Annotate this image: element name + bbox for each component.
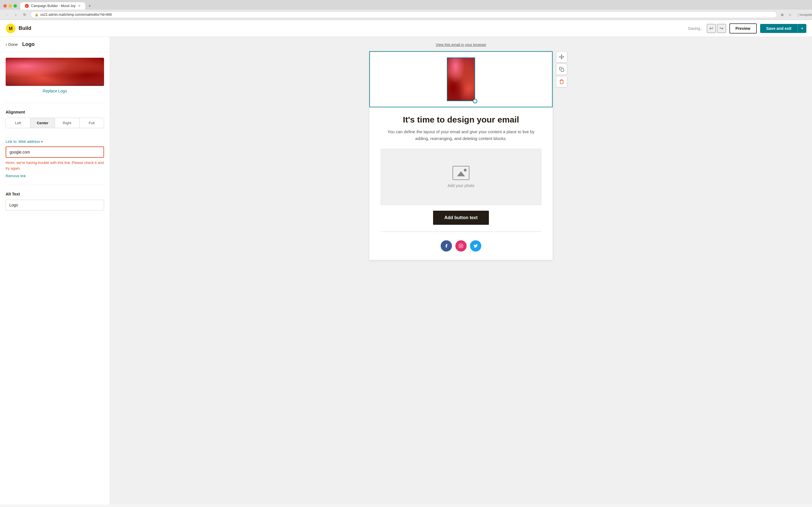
alignment-group: Left Center Right Full bbox=[6, 118, 104, 128]
left-panel: ‹ Done Logo Replace Logo Alignment Left … bbox=[0, 37, 110, 504]
remove-link-button[interactable]: Remove link bbox=[6, 174, 104, 178]
canvas-wrapper: It's time to design your email You can d… bbox=[369, 51, 553, 260]
preview-button[interactable]: Preview bbox=[729, 23, 757, 34]
social-icons-section bbox=[369, 237, 553, 260]
incognito-label: Incognito bbox=[803, 12, 809, 17]
email-button-wrap: Add button text bbox=[369, 211, 553, 231]
save-exit-button[interactable]: Save and exit bbox=[760, 24, 798, 33]
logo-block-image-inner bbox=[447, 57, 475, 101]
forward-navigation-button[interactable]: › bbox=[12, 11, 19, 18]
save-exit-group: Save and exit ▾ bbox=[760, 24, 807, 33]
divider-2 bbox=[6, 185, 104, 185]
email-body-section: It's time to design your email You can d… bbox=[369, 107, 553, 149]
undo-redo-group: ↩ ↪ bbox=[707, 24, 726, 33]
svg-text:M: M bbox=[9, 26, 12, 31]
link-url-input[interactable] bbox=[6, 147, 104, 158]
facebook-icon[interactable] bbox=[441, 240, 452, 251]
url-text: us21.admin.mailchimp.com/email/editor?id… bbox=[40, 13, 112, 17]
tab-bar: C Campaign Builder - Mood Joy ✕ + bbox=[0, 0, 812, 10]
back-navigation-button[interactable]: ‹ bbox=[3, 11, 10, 18]
email-headline: It's time to design your email bbox=[386, 114, 536, 125]
alt-text-section: Alt Text bbox=[0, 186, 110, 216]
link-error-message: Hmm, we're having trouble with this link… bbox=[6, 160, 104, 171]
back-label: Done bbox=[8, 42, 17, 47]
back-button[interactable]: ‹ Done bbox=[6, 42, 18, 47]
photo-icon-triangle bbox=[457, 171, 465, 176]
align-right-button[interactable]: Right bbox=[55, 118, 80, 128]
logo-block[interactable] bbox=[369, 51, 553, 107]
browser-actions: ⊕ ☆ ⋮ Incognito bbox=[779, 12, 809, 17]
close-tab-button[interactable]: ✕ bbox=[78, 4, 81, 8]
canvas-toolbar bbox=[556, 51, 567, 87]
svg-rect-7 bbox=[561, 69, 564, 71]
security-icon: 🔒 bbox=[35, 13, 39, 17]
back-arrow-icon: ‹ bbox=[6, 42, 7, 47]
logo-image-inner bbox=[6, 58, 104, 86]
email-subtext: You can define the layout of your email … bbox=[386, 128, 536, 142]
instagram-icon[interactable] bbox=[455, 240, 467, 251]
close-window-button[interactable] bbox=[3, 4, 7, 8]
duplicate-block-button[interactable] bbox=[556, 64, 567, 75]
svg-point-3 bbox=[460, 245, 462, 246]
photo-icon bbox=[453, 166, 469, 180]
twitter-icon[interactable] bbox=[470, 240, 481, 251]
link-section: Link to: Web address ▾ Hmm, we're having… bbox=[0, 134, 110, 184]
link-type-dropdown-arrow: ▾ bbox=[41, 140, 43, 144]
email-canvas: It's time to design your email You can d… bbox=[369, 51, 553, 260]
svg-rect-2 bbox=[459, 244, 463, 247]
alt-text-input[interactable] bbox=[6, 200, 104, 210]
svg-point-4 bbox=[462, 245, 462, 245]
link-type-button[interactable]: Web address ▾ bbox=[18, 139, 43, 144]
undo-button[interactable]: ↩ bbox=[707, 24, 716, 33]
email-divider bbox=[380, 231, 541, 232]
alt-text-label: Alt Text bbox=[6, 192, 104, 196]
replace-logo-button[interactable]: Replace Logo bbox=[6, 86, 104, 96]
tab-title: Campaign Builder - Mood Joy bbox=[31, 4, 75, 8]
star-icon[interactable]: ☆ bbox=[787, 12, 793, 17]
right-content: View this email in your browser It's tim… bbox=[110, 37, 812, 504]
logo-image bbox=[6, 58, 104, 86]
maximize-window-button[interactable] bbox=[13, 4, 17, 8]
logo-preview-section: Replace Logo bbox=[0, 52, 110, 102]
main-layout: ‹ Done Logo Replace Logo Alignment Left … bbox=[0, 37, 812, 504]
browser-controls: ‹ › ↻ 🔒 us21.admin.mailchimp.com/email/e… bbox=[0, 10, 812, 20]
delete-block-button[interactable] bbox=[556, 76, 567, 87]
email-cta-button[interactable]: Add button text bbox=[433, 211, 489, 225]
resize-handle[interactable] bbox=[473, 99, 477, 103]
save-exit-dropdown-button[interactable]: ▾ bbox=[798, 24, 806, 33]
align-left-button[interactable]: Left bbox=[6, 118, 31, 128]
mailchimp-logo-icon: M bbox=[6, 23, 16, 34]
logo-block-image bbox=[447, 57, 475, 101]
link-label: Link to: Web address ▾ bbox=[6, 139, 104, 144]
address-bar[interactable]: 🔒 us21.admin.mailchimp.com/email/editor?… bbox=[31, 11, 777, 18]
traffic-lights bbox=[3, 4, 17, 8]
active-browser-tab[interactable]: C Campaign Builder - Mood Joy ✕ bbox=[20, 2, 85, 10]
app-header: M Build Saving... ↩ ↪ Preview Save and e… bbox=[0, 20, 812, 37]
extensions-icon[interactable]: ⊕ bbox=[779, 12, 785, 17]
app-logo: M Build bbox=[6, 23, 31, 34]
panel-header: ‹ Done Logo bbox=[0, 37, 110, 52]
photo-placeholder[interactable]: Add your photo bbox=[380, 149, 541, 205]
header-center: Saving... ↩ ↪ Preview Save and exit ▾ bbox=[40, 23, 806, 34]
panel-title: Logo bbox=[22, 41, 35, 47]
move-block-button[interactable] bbox=[556, 51, 567, 62]
saving-status: Saving... bbox=[688, 26, 703, 31]
alignment-label: Alignment bbox=[6, 110, 104, 114]
app-title: Build bbox=[18, 25, 31, 31]
align-center-button[interactable]: Center bbox=[31, 118, 55, 128]
browser-chrome: C Campaign Builder - Mood Joy ✕ + ‹ › ↻ … bbox=[0, 0, 812, 20]
reload-button[interactable]: ↻ bbox=[21, 11, 28, 18]
minimize-window-button[interactable] bbox=[8, 4, 12, 8]
link-label-prefix: Link to: bbox=[6, 139, 17, 144]
new-tab-button[interactable]: + bbox=[86, 3, 93, 9]
alignment-section: Alignment Left Center Right Full bbox=[0, 104, 110, 134]
view-in-browser-link[interactable]: View this email in your browser bbox=[436, 43, 486, 47]
align-full-button[interactable]: Full bbox=[80, 118, 104, 128]
redo-button[interactable]: ↪ bbox=[717, 24, 726, 33]
photo-placeholder-text: Add your photo bbox=[448, 183, 474, 188]
tab-favicon: C bbox=[25, 4, 29, 8]
